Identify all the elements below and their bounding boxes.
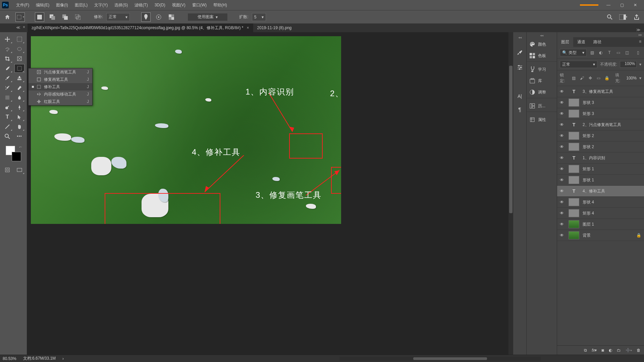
- flyout-spot-healing[interactable]: 污点修复画笔工具J: [29, 68, 92, 76]
- close-icon[interactable]: ×: [247, 25, 249, 30]
- layer-row[interactable]: 👁形状 1: [557, 175, 644, 186]
- layer-row[interactable]: 👁矩形 2: [557, 130, 644, 141]
- filter-adjust-icon[interactable]: ◐: [597, 49, 604, 56]
- brush-panel-icon[interactable]: [517, 49, 523, 56]
- collapse-icon[interactable]: ◂◂: [527, 32, 557, 39]
- delete-layer-icon[interactable]: 🗑: [637, 348, 641, 353]
- filter-type-icon[interactable]: T: [606, 49, 613, 56]
- learn-panel-button[interactable]: 学习: [527, 64, 557, 75]
- share-icon[interactable]: [632, 12, 641, 22]
- visibility-icon[interactable]: 👁: [560, 200, 565, 204]
- menu-select[interactable]: 选择(S): [111, 0, 131, 10]
- screenmode-tool[interactable]: [14, 166, 24, 174]
- new-layer-icon[interactable]: ➕▫: [626, 348, 632, 353]
- visibility-icon[interactable]: 👁: [560, 178, 565, 182]
- layer-row[interactable]: 👁图层 1: [557, 219, 644, 230]
- canvas-area[interactable]: 1、内容识别 2、 4、修补工具 3、修复画笔工具: [27, 32, 513, 355]
- tab-channels[interactable]: 通道: [573, 37, 589, 47]
- pen-tool[interactable]: [14, 103, 24, 112]
- collapse-icon[interactable]: ◂◂: [518, 36, 522, 39]
- lasso-tool[interactable]: [2, 45, 12, 53]
- paragraph-panel-icon[interactable]: ¶: [518, 107, 521, 113]
- menu-image[interactable]: 图像(I): [53, 0, 71, 10]
- visibility-icon[interactable]: 👁: [560, 189, 565, 193]
- intersect-selection[interactable]: [73, 12, 83, 22]
- crop-tool[interactable]: [2, 54, 12, 63]
- opacity-input[interactable]: 100%: [620, 61, 637, 68]
- layer-mask-icon[interactable]: ◙: [601, 348, 604, 353]
- patch-mode-dropdown[interactable]: 正常▾: [106, 13, 130, 21]
- path-select-tool[interactable]: [14, 113, 24, 121]
- visibility-icon[interactable]: 👁: [560, 233, 565, 238]
- lock-artboard-icon[interactable]: ▭: [596, 75, 601, 81]
- brush-settings-icon[interactable]: [517, 64, 523, 71]
- vertical-scrollbar[interactable]: [508, 32, 513, 355]
- layer-row[interactable]: 👁T3、修复画笔工具: [557, 86, 644, 97]
- link-layers-icon[interactable]: ⧉: [584, 348, 587, 353]
- edit-toolbar[interactable]: •••: [14, 132, 24, 141]
- flyout-red-eye[interactable]: 红眼工具J: [29, 98, 92, 105]
- layer-fx-icon[interactable]: fx▾: [592, 348, 597, 353]
- document-tab-2[interactable]: 2019-11-19 (8).png: [253, 23, 296, 32]
- tab-close-all-icon[interactable]: ×: [23, 25, 25, 29]
- visibility-icon[interactable]: 👁: [560, 133, 565, 138]
- adjustment-layer-icon[interactable]: ◐: [609, 348, 612, 353]
- healing-tool[interactable]: [14, 64, 24, 73]
- tab-layers[interactable]: 图层: [557, 37, 573, 47]
- use-pattern-button[interactable]: 使用图案▾: [187, 13, 228, 21]
- flyout-patch-tool[interactable]: 修补工具J: [29, 83, 92, 90]
- menu-type[interactable]: 文字(Y): [91, 0, 111, 10]
- frame-tool[interactable]: [14, 54, 24, 63]
- color-panel-button[interactable]: 颜色: [527, 39, 557, 50]
- fill-input[interactable]: 100%: [626, 76, 637, 80]
- diffuse-value[interactable]: 5▾: [252, 13, 266, 21]
- tab-overflow-icon[interactable]: ≪: [16, 25, 20, 30]
- marquee-tool[interactable]: [14, 35, 24, 44]
- layer-row[interactable]: 👁形状 2: [557, 141, 644, 153]
- filter-smart-icon[interactable]: ◫: [624, 49, 630, 56]
- tab-paths[interactable]: 路径: [589, 37, 605, 47]
- menu-file[interactable]: 文件(F): [13, 0, 33, 10]
- layer-row[interactable]: 👁T4、修补工具: [557, 186, 644, 197]
- lock-all-icon[interactable]: 🔒: [604, 75, 610, 81]
- blend-mode-dropdown[interactable]: 正常▾: [560, 61, 597, 68]
- visibility-icon[interactable]: 👁: [560, 167, 565, 171]
- background-color[interactable]: [12, 152, 21, 161]
- panel-menu-icon[interactable]: ≡: [636, 37, 644, 47]
- layer-filter-dropdown[interactable]: 🔍类型▾: [560, 49, 587, 56]
- history-panel-button[interactable]: 历...: [527, 100, 557, 112]
- menu-window[interactable]: 窗口(W): [189, 0, 210, 10]
- lock-pixels-icon[interactable]: 🖌: [579, 75, 585, 81]
- quickmask-tool[interactable]: [2, 166, 12, 174]
- library-panel-button[interactable]: 库: [527, 75, 557, 86]
- document-canvas[interactable]: 1、内容识别 2、 4、修补工具 3、修复画笔工具: [31, 36, 341, 224]
- layer-row[interactable]: 👁背景🔒: [557, 230, 644, 241]
- layer-row[interactable]: 👁形状 4: [557, 197, 644, 208]
- doc-info[interactable]: 文档:6.67M/33.1M: [23, 356, 56, 361]
- blur-tool[interactable]: [14, 93, 24, 102]
- tool-preset[interactable]: ▾: [15, 12, 25, 22]
- menu-view[interactable]: 视图(V): [169, 0, 189, 10]
- visibility-icon[interactable]: 👁: [560, 122, 565, 127]
- eyedropper-tool[interactable]: [2, 64, 12, 73]
- visibility-icon[interactable]: 👁: [560, 211, 565, 216]
- menu-help[interactable]: 帮助(H): [210, 0, 230, 10]
- swap-colors-icon[interactable]: ⤺: [19, 145, 22, 149]
- window-minimize[interactable]: —: [602, 0, 615, 10]
- filter-pixel-icon[interactable]: ▧: [589, 49, 595, 56]
- visibility-icon[interactable]: 👁: [560, 111, 565, 116]
- subtract-selection[interactable]: [60, 12, 70, 22]
- new-selection[interactable]: [35, 12, 44, 22]
- move-tool[interactable]: [2, 35, 12, 44]
- stamp-tool[interactable]: [14, 74, 24, 82]
- horizontal-scrollbar[interactable]: [339, 357, 541, 361]
- home-button[interactable]: [3, 12, 12, 22]
- visibility-icon[interactable]: 👁: [560, 222, 565, 227]
- layer-row[interactable]: 👁矩形 4: [557, 208, 644, 219]
- dodge-tool[interactable]: [2, 103, 12, 112]
- swatches-panel-button[interactable]: 色板: [527, 50, 557, 61]
- type-tool[interactable]: T: [2, 113, 12, 121]
- status-more-icon[interactable]: ›: [62, 356, 64, 361]
- collapse-icon[interactable]: ▸▸: [557, 32, 644, 37]
- color-swatches[interactable]: ⤺: [5, 145, 22, 162]
